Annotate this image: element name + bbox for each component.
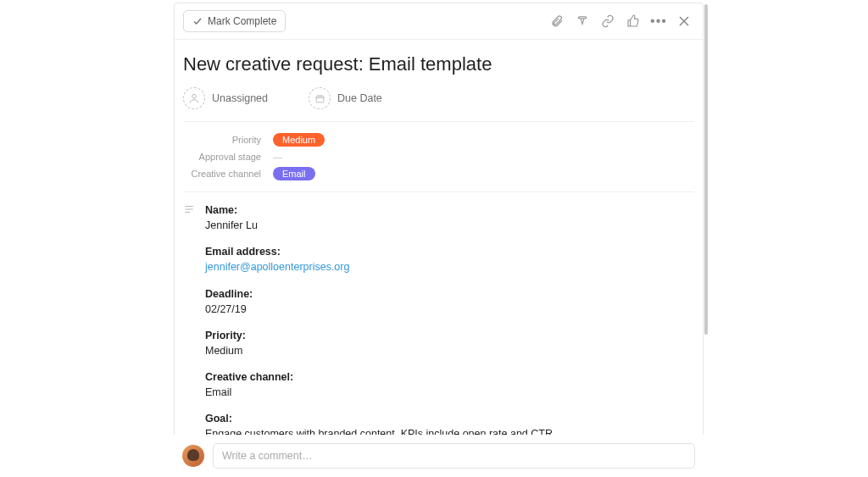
desc-label: Creative channel: <box>205 369 555 385</box>
desc-name: Name: Jennifer Lu <box>205 202 555 233</box>
field-approval-stage[interactable]: Approval stage — <box>183 149 694 164</box>
mark-complete-button[interactable]: Mark Complete <box>183 10 286 32</box>
field-label: Approval stage <box>183 152 273 162</box>
field-label: Creative channel <box>183 169 273 179</box>
desc-value: Medium <box>205 343 555 358</box>
like-button[interactable] <box>623 11 643 31</box>
creative-channel-pill: Email <box>273 167 315 180</box>
scrollbar[interactable] <box>704 4 708 335</box>
desc-label: Email address: <box>205 244 555 259</box>
due-date-field[interactable]: Due Date <box>309 87 382 109</box>
more-horizontal-icon: ••• <box>650 14 667 29</box>
due-date-label: Due Date <box>337 92 382 104</box>
desc-label: Goal: <box>205 411 555 426</box>
close-button[interactable] <box>674 11 694 31</box>
desc-email: Email address: jennifer@apolloenterprise… <box>205 244 555 275</box>
email-link[interactable]: jennifer@apolloenterprises.org <box>205 261 349 273</box>
field-label: Priority <box>183 135 273 145</box>
field-priority[interactable]: Priority Medium <box>183 130 694 149</box>
subtask-button[interactable] <box>572 11 593 31</box>
desc-value: 02/27/19 <box>205 302 555 317</box>
svg-rect-4 <box>316 96 324 103</box>
task-content: New creative request: Email template Una… <box>175 40 703 476</box>
task-header-toolbar: Mark Complete ••• <box>175 3 703 40</box>
task-title[interactable]: New creative request: Email template <box>175 40 703 84</box>
desc-creative-channel: Creative channel: Email <box>205 369 555 400</box>
desc-value: Jennifer Lu <box>205 218 555 233</box>
subtask-icon <box>576 14 589 28</box>
paperclip-icon <box>550 14 564 28</box>
assignee-field[interactable]: Unassigned <box>183 87 268 109</box>
priority-pill: Medium <box>273 133 325 147</box>
copy-link-button[interactable] <box>598 11 618 31</box>
desc-value: Email <box>205 385 555 400</box>
more-actions-button[interactable]: ••• <box>648 11 669 31</box>
custom-fields-section: Priority Medium Approval stage — Creativ… <box>183 121 694 192</box>
comment-bar <box>174 435 704 477</box>
approval-stage-value: — <box>273 152 282 162</box>
close-icon <box>678 15 690 27</box>
attachment-button[interactable] <box>547 11 567 31</box>
person-icon <box>183 87 205 109</box>
task-meta-row: Unassigned Due Date <box>175 84 703 121</box>
comment-input[interactable] <box>213 443 695 469</box>
task-detail-panel: Mark Complete ••• New creative request: … <box>174 3 704 477</box>
thumbs-up-icon <box>626 14 640 28</box>
check-icon <box>192 16 203 26</box>
desc-deadline: Deadline: 02/27/19 <box>205 286 555 317</box>
field-creative-channel[interactable]: Creative channel Email <box>183 164 694 183</box>
desc-label: Deadline: <box>205 286 555 302</box>
calendar-icon <box>309 87 331 109</box>
desc-priority: Priority: Medium <box>205 328 555 358</box>
svg-point-3 <box>192 94 197 98</box>
mark-complete-label: Mark Complete <box>208 15 276 27</box>
link-icon <box>601 14 615 28</box>
desc-label: Priority: <box>205 328 555 343</box>
avatar[interactable] <box>182 445 204 467</box>
assignee-label: Unassigned <box>212 92 268 104</box>
desc-label: Name: <box>205 202 555 218</box>
description-section: Name: Jennifer Lu Email address: jennife… <box>175 192 703 476</box>
